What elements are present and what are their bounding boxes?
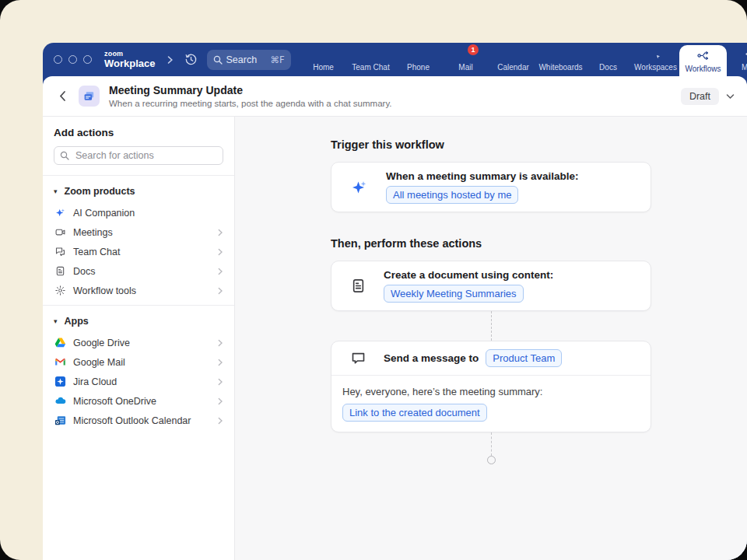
nav-label: Calendar: [497, 63, 529, 72]
chevron-right-icon: [217, 417, 223, 425]
sidebar-item-microsoft-outlook-calendar[interactable]: Microsoft Outlook Calendar: [43, 411, 234, 430]
nav-home[interactable]: Home: [300, 43, 347, 76]
zoom-workplace-logo: zoom Workplace: [104, 51, 156, 68]
nav-label: More: [742, 63, 747, 72]
chevron-right-icon: [217, 339, 223, 347]
recipient-pill[interactable]: Product Team: [486, 349, 562, 367]
trigger-card[interactable]: When a meeting summary is available: All…: [331, 162, 651, 212]
window-dot[interactable]: [83, 55, 92, 64]
body-row: Add actions ▾ Zoom products A: [43, 117, 747, 560]
team-chat-icon: [364, 47, 377, 61]
docs-icon: [601, 47, 615, 61]
header-actions: Draft: [681, 88, 735, 105]
sidebar-item-docs[interactable]: Docs: [43, 261, 234, 281]
top-bar-left: zoom Workplace Search ⌘F: [43, 43, 300, 76]
item-label: Meetings: [73, 227, 113, 238]
nav-workflows[interactable]: Workflows: [679, 45, 727, 76]
chevron-left-icon: [58, 90, 66, 102]
sidebar-item-jira-cloud[interactable]: Jira Cloud: [43, 372, 234, 391]
item-label: AI Companion: [73, 208, 135, 219]
nav-whiteboards[interactable]: Whiteboards: [537, 43, 584, 76]
screen: zoom Workplace Search ⌘F: [0, 0, 747, 560]
search-shortcut: ⌘F: [270, 54, 284, 65]
sidebar-item-workflow-tools[interactable]: Workflow tools: [43, 281, 234, 300]
document-content-pill[interactable]: Weekly Meeting Summaries: [384, 285, 524, 303]
main-panel: Meeting Summary Update When a recurring …: [43, 76, 747, 560]
nav-label: Workspaces: [634, 63, 677, 72]
onedrive-icon: [54, 395, 66, 407]
primary-nav: Home Team Chat Phone 1 Mail Calend: [300, 43, 747, 76]
jira-cloud-icon: [54, 376, 66, 387]
action-card-send-message[interactable]: Send a message to Product Team Hey, ever…: [331, 341, 651, 432]
sidebar-item-ai-companion[interactable]: AI Companion: [43, 203, 234, 222]
home-icon: [317, 47, 330, 61]
sidebar-title: Add actions: [54, 127, 223, 138]
status-badge[interactable]: Draft: [681, 88, 719, 105]
actions-search[interactable]: [54, 146, 223, 165]
workflow-header: Meeting Summary Update When a recurring …: [43, 76, 747, 117]
nav-docs[interactable]: Docs: [584, 43, 632, 76]
workflow-titles: Meeting Summary Update When a recurring …: [109, 84, 392, 108]
chevron-right-icon: [217, 229, 223, 236]
nav-mail[interactable]: 1 Mail: [442, 43, 489, 76]
nav-phone[interactable]: Phone: [395, 43, 442, 76]
search-icon: [60, 151, 69, 160]
global-search[interactable]: Search ⌘F: [207, 50, 291, 70]
ai-sparkle-icon: [350, 178, 369, 197]
action-card-create-document[interactable]: Create a document using content: Weekly …: [331, 261, 651, 311]
item-label: Microsoft OneDrive: [73, 396, 156, 407]
team-chat-icon: [54, 246, 66, 257]
nav-label: Workflows: [686, 65, 721, 73]
document-icon: [350, 278, 366, 294]
history-icon[interactable]: [184, 53, 198, 66]
item-label: Team Chat: [73, 247, 120, 257]
calendar-icon: [507, 47, 520, 61]
page-title: Meeting Summary Update: [109, 84, 392, 97]
ai-companion-icon: [54, 207, 66, 219]
logo-zoom: zoom: [104, 51, 156, 58]
docs-icon: [54, 265, 66, 277]
meetings-icon: [54, 226, 66, 238]
workflow-content: Trigger this workflow When a meeting sum…: [331, 138, 651, 464]
sidebar-item-team-chat[interactable]: Team Chat: [43, 242, 234, 261]
action-title: Send a message to: [384, 352, 479, 364]
caret-down-icon: ▾: [54, 187, 58, 195]
section-apps[interactable]: ▾ Apps: [43, 306, 234, 333]
message-body[interactable]: Hey, everyone, here’s the meeting summar…: [331, 376, 651, 432]
window-dot[interactable]: [54, 55, 62, 64]
nav-label: Team Chat: [352, 63, 389, 72]
sidebar-item-google-mail[interactable]: Google Mail: [43, 352, 234, 372]
workflow-end-node[interactable]: [487, 456, 496, 464]
back-button[interactable]: [58, 90, 66, 102]
mail-badge: 1: [468, 44, 479, 55]
top-bar: zoom Workplace Search ⌘F: [43, 43, 747, 76]
window-controls[interactable]: [54, 55, 92, 64]
nav-more[interactable]: More: [727, 43, 747, 76]
page-subtitle: When a recurring meeting starts, post th…: [109, 99, 392, 108]
document-link-pill[interactable]: Link to the created document: [342, 404, 487, 422]
window-dot[interactable]: [68, 55, 77, 64]
nav-label: Docs: [599, 63, 617, 72]
chevron-down-icon[interactable]: [726, 93, 735, 100]
chevron-right-icon: [217, 378, 223, 386]
trigger-scope-pill[interactable]: All meetings hosted by me: [386, 186, 518, 204]
nav-team-chat[interactable]: Team Chat: [347, 43, 395, 76]
nav-workspaces[interactable]: Workspaces: [632, 43, 679, 76]
nav-calendar[interactable]: Calendar: [489, 43, 537, 76]
sidebar-item-meetings[interactable]: Meetings: [43, 222, 234, 242]
chevron-right-icon: [217, 248, 223, 256]
sidebar-item-microsoft-onedrive[interactable]: Microsoft OneDrive: [43, 391, 234, 411]
app-window: zoom Workplace Search ⌘F: [43, 43, 747, 560]
item-label: Google Drive: [73, 338, 130, 348]
trigger-title: When a meeting summary is available:: [386, 170, 579, 182]
search-icon: [213, 55, 223, 65]
whiteboard-icon: [554, 47, 567, 61]
trigger-heading: Trigger this workflow: [331, 138, 651, 151]
caret-down-icon: ▾: [54, 317, 58, 325]
chevron-right-icon[interactable]: [167, 55, 174, 65]
workspaces-icon: [649, 47, 662, 61]
sidebar-item-google-drive[interactable]: Google Drive: [43, 333, 234, 352]
search-input[interactable]: [74, 149, 217, 162]
item-label: Docs: [73, 266, 95, 277]
section-zoom-products[interactable]: ▾ Zoom products: [43, 176, 234, 203]
